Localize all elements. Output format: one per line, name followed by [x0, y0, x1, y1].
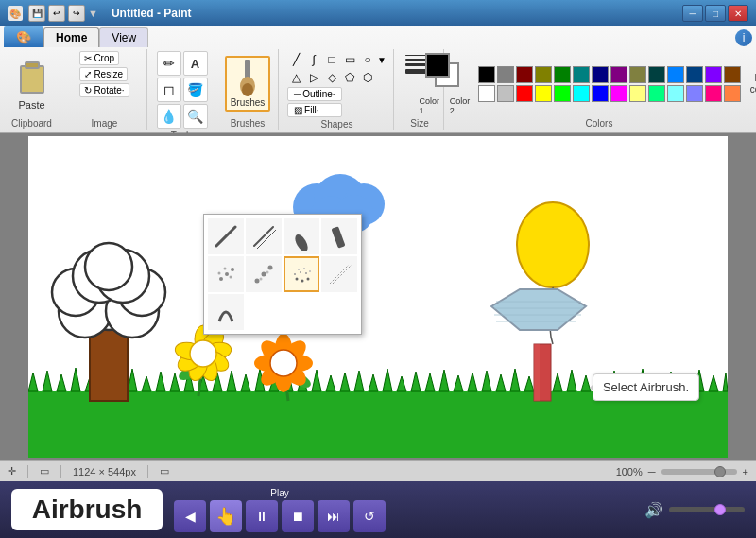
paint-canvas[interactable]: Select Airbrush.: [28, 136, 728, 458]
zoom-plus[interactable]: +: [743, 466, 748, 477]
palette-silver[interactable]: [497, 85, 514, 102]
paint-menu-button[interactable]: 🎨: [4, 26, 43, 47]
shapes-content: ╱ ∫ □ ▭ ○ ▼ △ ▷ ◇ ⬠ ⬡: [287, 51, 387, 117]
resize-button[interactable]: ⤢ Resize: [79, 67, 128, 81]
brush-option-5[interactable]: [208, 256, 244, 292]
brushes-button[interactable]: Brushes: [225, 56, 271, 112]
rotate-button[interactable]: ↻ Rotate·: [79, 83, 129, 97]
palette-red[interactable]: [516, 85, 533, 102]
clipboard-label: Clipboard: [11, 116, 52, 129]
palette-mint[interactable]: [648, 85, 665, 102]
triangle-shape[interactable]: △: [287, 69, 304, 86]
image-label: Image: [92, 116, 118, 129]
svg-point-119: [300, 271, 301, 273]
stop-button[interactable]: ⏹: [282, 500, 314, 532]
brush-option-9[interactable]: [208, 294, 244, 330]
palette-darkyellow[interactable]: [629, 66, 646, 83]
svg-point-105: [225, 272, 229, 276]
crop-button[interactable]: ✂ Crop: [79, 51, 119, 65]
palette-yellow[interactable]: [535, 85, 552, 102]
quick-access-save[interactable]: 💾: [28, 5, 45, 22]
fill-icon: ▨: [294, 105, 302, 115]
palette-lightyellow[interactable]: [629, 85, 646, 102]
palette-brown[interactable]: [724, 66, 741, 83]
palette-periwinkle[interactable]: [686, 85, 703, 102]
palette-violet[interactable]: [705, 66, 722, 83]
brush-option-1[interactable]: [208, 218, 244, 254]
color1-swatch[interactable]: [425, 53, 450, 78]
tab-home[interactable]: Home: [43, 27, 99, 47]
pentagon-shape[interactable]: ⬠: [341, 69, 358, 86]
control-bar: Airbrush Play ◀ 👆 ⏸ ⏹ ⏭ ↺ 🔊: [0, 481, 756, 538]
minimize-button[interactable]: ─: [682, 5, 703, 22]
palette-black[interactable]: [478, 66, 495, 83]
brush-option-8[interactable]: [321, 256, 357, 292]
quick-access-redo[interactable]: ↪: [68, 5, 85, 22]
maximize-button[interactable]: □: [705, 5, 726, 22]
edit-colors-button[interactable]: Edit colors: [747, 71, 756, 97]
eraser-tool[interactable]: ◻: [157, 78, 181, 102]
zoom-thumb: [714, 466, 726, 477]
volume-slider[interactable]: [669, 507, 745, 512]
quick-access-undo[interactable]: ↩: [48, 5, 65, 22]
hexagon-shape[interactable]: ⬡: [359, 69, 376, 86]
svg-line-99: [216, 227, 235, 246]
shapes-more[interactable]: ▼: [377, 51, 387, 68]
fill-tool[interactable]: 🪣: [183, 78, 208, 102]
close-button[interactable]: ✕: [728, 5, 748, 22]
brush-option-3[interactable]: [284, 218, 319, 254]
svg-point-104: [219, 277, 223, 281]
palette-blue[interactable]: [667, 66, 684, 83]
palette-orange[interactable]: [724, 85, 741, 102]
help-button[interactable]: i: [735, 29, 752, 46]
rect-shape[interactable]: □: [323, 51, 340, 68]
play-button[interactable]: 👆: [210, 500, 242, 532]
prev-button[interactable]: ◀: [174, 500, 206, 532]
next-button[interactable]: ⏭: [318, 500, 350, 532]
magnify-tool[interactable]: 🔍: [183, 104, 208, 129]
dropper-tool[interactable]: 💧: [157, 104, 181, 129]
palette-olive[interactable]: [535, 66, 552, 83]
palette-teal[interactable]: [573, 66, 590, 83]
replay-button[interactable]: ↺: [353, 500, 386, 532]
palette-darkteal[interactable]: [648, 66, 665, 83]
palette-navy[interactable]: [592, 66, 609, 83]
palette-white[interactable]: [478, 85, 495, 102]
resize-label: Resize: [94, 69, 123, 79]
curve-shape[interactable]: ∫: [305, 51, 322, 68]
palette-rose[interactable]: [705, 85, 722, 102]
brush-option-2[interactable]: [246, 218, 282, 254]
brush-option-airbrush[interactable]: [284, 256, 319, 292]
roundrect-shape[interactable]: ▭: [341, 51, 358, 68]
paste-button[interactable]: Paste: [11, 56, 53, 113]
ellipse-shape[interactable]: ○: [359, 51, 376, 68]
tab-view[interactable]: View: [99, 27, 148, 47]
palette-green[interactable]: [554, 66, 571, 83]
line-shape[interactable]: ╱: [287, 51, 304, 68]
palette-darkblue[interactable]: [686, 66, 703, 83]
volume-icon[interactable]: 🔊: [644, 501, 663, 519]
palette-blue2[interactable]: [592, 85, 609, 102]
palette-purple[interactable]: [610, 66, 627, 83]
rightarrow-shape[interactable]: ▷: [305, 69, 322, 86]
palette-lightcyan[interactable]: [667, 85, 684, 102]
palette-gray[interactable]: [497, 66, 514, 83]
zoom-slider[interactable]: [662, 469, 737, 475]
brush-option-6[interactable]: [246, 256, 282, 292]
diamond-shape[interactable]: ◇: [323, 69, 340, 86]
text-tool[interactable]: A: [183, 51, 208, 76]
svg-rect-71: [534, 344, 540, 401]
control-label: Airbrush: [11, 489, 163, 530]
outline-button[interactable]: ─ Outline·: [287, 87, 342, 101]
zoom-minus[interactable]: ─: [648, 466, 656, 477]
palette-maroon[interactable]: [516, 66, 533, 83]
pause-button[interactable]: ⏸: [246, 500, 278, 532]
palette-magenta[interactable]: [610, 85, 627, 102]
brush-option-4[interactable]: [321, 218, 357, 254]
clipboard-content: Paste: [11, 51, 53, 116]
fill-button[interactable]: ▨ Fill·: [287, 103, 342, 117]
pencil-tool[interactable]: ✏: [157, 51, 181, 76]
quick-access-dropdown[interactable]: ▼: [88, 8, 98, 19]
palette-cyan[interactable]: [573, 85, 590, 102]
palette-lime[interactable]: [554, 85, 571, 102]
